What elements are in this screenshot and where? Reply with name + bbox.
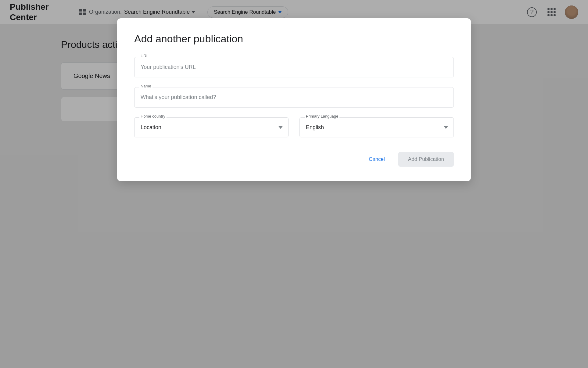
add-publication-dialog: Add another publication URL Name Home co… — [117, 18, 471, 181]
url-field-wrapper: URL — [134, 57, 454, 77]
cancel-button[interactable]: Cancel — [360, 152, 393, 167]
name-label: Name — [139, 84, 152, 88]
name-field-group: Name — [134, 87, 454, 108]
primary-language-select[interactable]: English — [300, 118, 454, 137]
name-input[interactable] — [134, 87, 454, 107]
name-field-wrapper: Name — [134, 87, 454, 108]
url-field-group: URL — [134, 57, 454, 77]
home-country-select[interactable]: Location — [134, 118, 288, 137]
primary-language-field-group: Primary Language English — [299, 117, 454, 137]
dialog-title: Add another publication — [134, 33, 454, 45]
home-country-field-group: Home country Location — [134, 117, 289, 137]
home-country-label: Home country — [139, 114, 167, 119]
home-country-select-wrapper: Home country Location — [134, 117, 289, 137]
url-label: URL — [139, 54, 150, 58]
modal-overlay: Add another publication URL Name Home co… — [0, 0, 588, 368]
add-publication-button[interactable]: Add Publication — [398, 152, 454, 167]
dialog-actions: Cancel Add Publication — [134, 152, 454, 167]
primary-language-select-wrapper: Primary Language English — [299, 117, 454, 137]
primary-language-label: Primary Language — [305, 114, 339, 119]
url-input[interactable] — [134, 57, 454, 77]
country-language-row: Home country Location Primary Language E… — [134, 117, 454, 137]
